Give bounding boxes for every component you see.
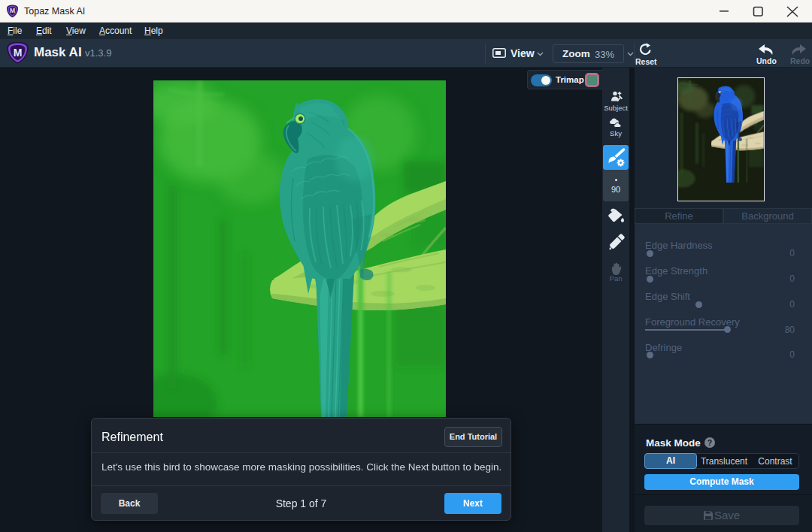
svg-text:M: M (10, 7, 15, 14)
svg-text:M: M (14, 47, 23, 59)
